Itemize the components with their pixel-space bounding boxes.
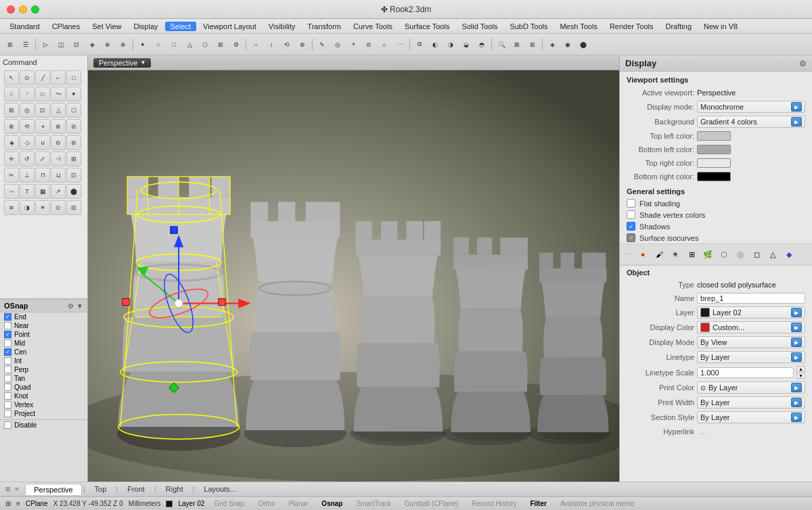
tool-dot[interactable]: ⬤ — [66, 184, 81, 199]
tool-box[interactable]: ⊞ — [4, 103, 19, 118]
osnap-point[interactable]: ✓ Point — [0, 330, 87, 339]
toolbar-btn-20[interactable]: ✎ — [315, 37, 330, 52]
toolbar-btn-1[interactable]: ⊞ — [3, 37, 18, 52]
menu-curve-tools[interactable]: Curve Tools — [348, 22, 398, 31]
linetype-arrow[interactable]: ▶ — [791, 352, 802, 362]
toolbar-btn-21[interactable]: ◎ — [330, 37, 345, 52]
tool-rotate[interactable]: ↺ — [20, 152, 35, 166]
shadows-check[interactable]: ✓ — [627, 222, 635, 231]
toolbar-btn-5[interactable]: ⊡ — [69, 37, 84, 52]
toolbar-btn-23[interactable]: ⊘ — [361, 37, 376, 52]
layer-arrow[interactable]: ▶ — [791, 308, 802, 317]
tool-fillet[interactable]: ◈ — [4, 135, 19, 150]
toolbar-btn-2[interactable]: ☰ — [18, 37, 33, 52]
toolbar-btn-22[interactable]: ⌖ — [346, 37, 361, 52]
display-mode-arrow[interactable]: ▶ — [791, 102, 802, 112]
tool-render[interactable]: ◑ — [20, 200, 35, 215]
section-style-arrow[interactable]: ▶ — [791, 413, 802, 422]
osnap-int[interactable]: Int — [0, 356, 87, 365]
osnap-tan[interactable]: Tan — [0, 374, 87, 383]
top-right-color-swatch[interactable] — [697, 158, 731, 168]
tool-torus[interactable]: ⬡ — [66, 103, 81, 118]
background-arrow[interactable]: ▶ — [791, 117, 802, 126]
tool-curve[interactable]: 〜 — [51, 87, 66, 101]
sb-cplane[interactable]: CPlane — [26, 500, 48, 507]
tool-array[interactable]: ⊞ — [66, 152, 81, 166]
flat-shading-check[interactable] — [627, 199, 635, 208]
tool-circle[interactable]: ○ — [4, 87, 19, 101]
menu-new-v8[interactable]: New in V8 — [698, 22, 743, 31]
linetype-scale-input[interactable]: 1.000 — [697, 367, 794, 378]
osnap-mid-check[interactable] — [4, 340, 12, 347]
osnap-quad-check[interactable] — [4, 384, 12, 391]
tool-move[interactable]: ✛ — [4, 152, 19, 166]
tool-revolve[interactable]: ⟲ — [20, 119, 35, 134]
tool-text[interactable]: T — [20, 184, 35, 199]
osnap-near[interactable]: Near — [0, 321, 87, 330]
toolbar-btn-36[interactable]: ⬤ — [576, 37, 591, 52]
osnap-int-check[interactable] — [4, 357, 12, 365]
viewport-grid-icon[interactable]: ⊞ — [5, 486, 11, 492]
toolbar-btn-7[interactable]: ⊕ — [100, 37, 115, 52]
sb-filter[interactable]: Filter — [526, 500, 550, 507]
tab-right[interactable]: Right — [158, 484, 191, 494]
sun-icon[interactable]: ☀ — [668, 247, 683, 262]
maximize-button[interactable] — [31, 5, 39, 14]
tool-scale[interactable]: ⤢ — [35, 152, 50, 166]
sb-osnap[interactable]: Osnap — [317, 500, 346, 507]
cone-icon[interactable]: △ — [765, 247, 780, 262]
menu-surface-tools[interactable]: Surface Tools — [399, 22, 455, 31]
cube-icon[interactable]: ⬡ — [717, 247, 731, 262]
toolbar-btn-26[interactable]: ⧉ — [412, 37, 427, 52]
leaf-icon[interactable]: 🌿 — [700, 247, 715, 262]
bottom-right-color-swatch[interactable] — [697, 172, 731, 181]
menu-standard[interactable]: Standard — [4, 22, 45, 31]
sb-layer[interactable]: Layer 02 — [178, 500, 204, 507]
background-select[interactable]: Gradient 4 colors ▶ — [697, 116, 805, 128]
bottom-left-color-swatch[interactable] — [697, 145, 731, 154]
tool-group[interactable]: ⊡ — [66, 168, 81, 183]
toolbar-btn-11[interactable]: □ — [166, 37, 181, 52]
toolbar-btn-14[interactable]: ⊞ — [213, 37, 228, 52]
print-width-arrow[interactable]: ▶ — [791, 398, 802, 407]
tool-boolean-diff[interactable]: ⊖ — [51, 135, 66, 150]
osnap-disable-check[interactable] — [4, 421, 12, 429]
tool-dim[interactable]: ↔ — [4, 184, 19, 199]
toolbar-btn-30[interactable]: ◓ — [474, 37, 489, 52]
osnap-perp[interactable]: Perp — [0, 365, 87, 374]
toolbar-btn-28[interactable]: ◑ — [443, 37, 458, 52]
grid-icon[interactable]: ⊞ — [684, 247, 699, 262]
toolbar-btn-34[interactable]: ◈ — [545, 37, 560, 52]
tool-loft[interactable]: ⌖ — [35, 119, 50, 134]
menu-setview[interactable]: Set View — [87, 22, 127, 31]
toolbar-btn-15[interactable]: ⚙ — [229, 37, 244, 52]
osnap-knot[interactable]: Knot — [0, 392, 87, 400]
tool-split[interactable]: ⊥ — [20, 168, 35, 183]
sb-physical-memo[interactable]: Available physical memo — [556, 500, 639, 507]
toolbar-btn-24[interactable]: ⌂ — [377, 37, 392, 52]
toolbar-btn-12[interactable]: △ — [182, 37, 197, 52]
tool-arc[interactable]: ◜ — [20, 87, 35, 101]
toolbar-btn-35[interactable]: ◉ — [560, 37, 575, 52]
name-input[interactable]: brep_1 — [697, 293, 805, 304]
linetype-scale-stepper[interactable]: ▲ ▼ — [796, 366, 805, 379]
toolbar-btn-4[interactable]: ◫ — [53, 37, 68, 52]
osnap-options-icon[interactable]: ⚙ — [68, 302, 74, 310]
osnap-cen[interactable]: ✓ Cen — [0, 348, 87, 356]
tool-section[interactable]: ⊟ — [66, 200, 81, 215]
paint-icon[interactable]: 🖌 — [652, 247, 667, 262]
toolbar-btn-19[interactable]: ⊕ — [295, 37, 310, 52]
toolbar-btn-33[interactable]: ⊞ — [525, 37, 540, 52]
menu-display[interactable]: Display — [128, 22, 163, 31]
tool-hatch[interactable]: ▦ — [35, 184, 50, 199]
tool-sphere[interactable]: ◎ — [20, 103, 35, 118]
osnap-filter-icon[interactable]: ▼ — [76, 302, 83, 310]
tool-ellipse[interactable]: ⬭ — [35, 87, 50, 101]
toolbar-btn-13[interactable]: ⬡ — [198, 37, 212, 52]
sb-planar[interactable]: Planar — [284, 500, 312, 507]
tool-join[interactable]: ⊓ — [35, 168, 50, 183]
display-color-select[interactable]: Custom... ▶ — [697, 321, 805, 333]
osnap-mid[interactable]: Mid — [0, 339, 87, 348]
tool-cone[interactable]: △ — [51, 103, 66, 118]
display-color-arrow[interactable]: ▶ — [791, 323, 802, 332]
